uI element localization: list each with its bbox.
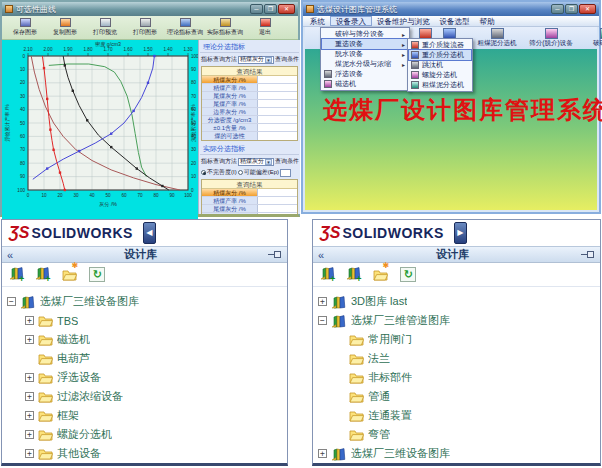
expand-plus-icon[interactable]: +: [25, 373, 34, 382]
menu-item-label: 浮选设备: [335, 69, 363, 79]
toolbar-button-7[interactable]: 退出: [246, 18, 284, 37]
result-row[interactable]: 煤的可选性: [202, 132, 297, 140]
design-window-titlebar[interactable]: 选煤设计图库管理系统 ─ ❐ ✕: [303, 2, 599, 16]
tree-item-9[interactable]: +选煤厂三维设备图库: [313, 444, 600, 463]
submenu-item-5[interactable]: 粗煤泥分选机: [409, 80, 471, 90]
submenu-item-1[interactable]: 重介质旋流器: [409, 40, 471, 50]
tree-item-3[interactable]: 常用闸门: [313, 330, 600, 349]
pin-icon[interactable]: [268, 250, 282, 259]
tree-item-6[interactable]: 管通: [313, 387, 600, 406]
toolbar-button-3[interactable]: 打印预览: [86, 18, 124, 37]
menu-item-5[interactable]: 浮选设备: [322, 69, 408, 79]
folder-icon: [38, 391, 53, 403]
expand-plus-icon[interactable]: +: [25, 449, 34, 458]
equipment-toolbar-item[interactable]: 破碎设备: [582, 28, 602, 48]
refresh-icon[interactable]: ↻: [89, 267, 105, 282]
menu-3[interactable]: 设备维护与浏览: [372, 16, 435, 26]
expand-plus-icon[interactable]: +: [318, 449, 327, 458]
equipment-toolbar-item[interactable]: 粗煤泥分选机: [473, 28, 521, 48]
toolbar-button-label: 打印图形: [133, 28, 157, 37]
toolbar-button-6[interactable]: 实际指标查询: [206, 18, 244, 37]
tree-item-7[interactable]: 连通装置: [313, 406, 600, 425]
result-row[interactable]: 精煤产率 /%: [202, 84, 297, 92]
actual-method-select[interactable]: 精煤灰分▾: [238, 158, 274, 166]
tree-item-7[interactable]: +框架: [2, 406, 287, 425]
tree-item-4[interactable]: 法兰: [313, 349, 600, 368]
new-folder-icon[interactable]: ✱: [373, 269, 390, 281]
tree-item-9[interactable]: +其他设备: [2, 444, 287, 463]
minimize-button[interactable]: ─: [250, 4, 263, 14]
add-to-library-icon[interactable]: +: [320, 266, 335, 284]
menu-item-2[interactable]: 重选设备▸: [322, 39, 408, 49]
result-row[interactable]: 精煤产率 /%: [202, 197, 297, 205]
submenu-item-4[interactable]: 螺旋分选机: [409, 70, 471, 80]
equipment-toolbar-item[interactable]: 筛分(脱介)设备: [527, 28, 575, 48]
panel-collapse-tab[interactable]: ◀: [143, 222, 156, 244]
tree-item-2[interactable]: −选煤厂三维管道图库: [313, 311, 600, 330]
collapse-minus-icon[interactable]: −: [318, 316, 327, 325]
collapse-minus-icon[interactable]: −: [7, 297, 16, 306]
maximize-button[interactable]: ❐: [565, 4, 578, 14]
tree-item-1[interactable]: −选煤厂三维设备图库: [2, 292, 287, 311]
theory-method-select[interactable]: 精煤灰分▾: [238, 56, 274, 64]
result-row[interactable]: ±0.1含量 /%: [202, 124, 297, 132]
submenu-item-2[interactable]: 重介质分选机: [409, 50, 471, 60]
tree-item-5[interactable]: 非标部件: [313, 368, 600, 387]
add-file-location-icon[interactable]: +: [35, 266, 50, 284]
tree-item-4[interactable]: 电葫芦: [2, 349, 287, 368]
tree-item-3[interactable]: +磁选机: [2, 330, 287, 349]
result-row[interactable]: 尾煤产率 /%: [202, 213, 297, 214]
probable-error-radio[interactable]: 可能偏差(Ep): [238, 168, 279, 177]
maximize-button[interactable]: ❐: [264, 4, 277, 14]
expand-plus-icon[interactable]: +: [25, 335, 34, 344]
toolbar-button-2[interactable]: 复制图形: [46, 18, 84, 37]
submenu-item-3[interactable]: 跳汰机: [409, 60, 471, 70]
close-button[interactable]: ✕: [579, 4, 596, 14]
toolbar-button-4[interactable]: 打印图形: [126, 18, 164, 37]
toolbar-button-5[interactable]: 理论指标查询: [166, 18, 204, 37]
toolbar-button-1[interactable]: 保存图形: [6, 18, 44, 37]
imperfection-radio[interactable]: 不完善度(I): [201, 168, 237, 177]
pin-icon[interactable]: [581, 250, 595, 259]
expand-plus-icon[interactable]: +: [25, 392, 34, 401]
menu-item-label: 破碎与筛分设备: [335, 29, 384, 39]
result-row[interactable]: 分选密度 /g/cm3: [202, 116, 297, 124]
tree-item-1[interactable]: +3D图库 last: [313, 292, 600, 311]
ep-value-input[interactable]: [280, 169, 291, 177]
tree-item-5[interactable]: +浮选设备: [2, 368, 287, 387]
result-row-value: [258, 116, 297, 123]
minimize-button[interactable]: ─: [551, 4, 564, 14]
result-row[interactable]: 精煤灰分 /%: [202, 189, 297, 197]
menu-item-3[interactable]: 脱水设备▸: [322, 49, 408, 59]
refresh-icon[interactable]: ↻: [400, 267, 416, 282]
expand-plus-icon[interactable]: +: [318, 297, 327, 306]
tree-item-6[interactable]: +过滤浓缩设备: [2, 387, 287, 406]
menu-item-4[interactable]: 煤泥水分级与浓缩▸: [322, 59, 408, 69]
window-controls: ─ ❐ ✕: [250, 4, 295, 14]
menu-item-6[interactable]: 磁选机: [322, 79, 408, 89]
result-row[interactable]: 尾煤灰分 /%: [202, 92, 297, 100]
add-to-library-icon[interactable]: +: [9, 266, 24, 284]
expand-plus-icon[interactable]: +: [25, 430, 34, 439]
result-row[interactable]: 精煤灰分 /%: [202, 76, 297, 84]
tree-item-label: 弯管: [368, 427, 390, 442]
expand-plus-icon[interactable]: +: [25, 411, 34, 420]
menu-item-1[interactable]: 破碎与筛分设备▸: [322, 29, 408, 39]
new-folder-icon[interactable]: ✱: [62, 269, 79, 281]
tree-item-2[interactable]: +TBS: [2, 311, 287, 330]
result-row[interactable]: 尾煤产率 /%: [202, 100, 297, 108]
add-file-location-icon[interactable]: +: [346, 266, 361, 284]
tree-item-8[interactable]: 弯管: [313, 425, 600, 444]
menu-4[interactable]: 设备选型: [435, 16, 475, 26]
washability-titlebar[interactable]: 可选性曲线 ─ ❐ ✕: [2, 2, 298, 16]
exit-icon: [260, 18, 271, 27]
menu-2[interactable]: 设备录入: [330, 16, 372, 26]
close-button[interactable]: ✕: [278, 4, 295, 14]
menu-5[interactable]: 帮助: [475, 16, 500, 26]
tree-item-8[interactable]: +螺旋分选机: [2, 425, 287, 444]
menu-1[interactable]: 系统: [305, 16, 330, 26]
expand-plus-icon[interactable]: +: [25, 316, 34, 325]
result-row[interactable]: 尾煤灰分 /%: [202, 205, 297, 213]
panel-expand-tab[interactable]: ▶: [454, 222, 467, 244]
result-row[interactable]: 边界灰分 /%: [202, 108, 297, 116]
